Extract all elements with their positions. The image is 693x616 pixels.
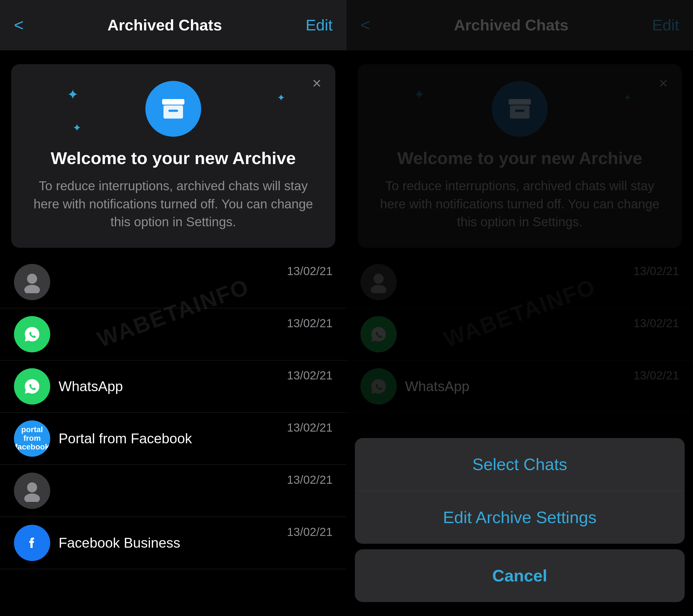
edit-archive-button[interactable]: Edit Archive Settings bbox=[355, 491, 685, 544]
sparkle-tl-right: ✦ bbox=[413, 86, 425, 103]
sparkle-tr2-left: ✦ bbox=[277, 92, 285, 103]
whatsapp-icon-3-right bbox=[368, 375, 390, 398]
chat-item-4-left[interactable]: portalfromfacebook Portal from Facebook … bbox=[0, 413, 346, 465]
archive-circle-left bbox=[145, 81, 201, 137]
person-icon-1-left bbox=[21, 271, 43, 293]
svg-point-7 bbox=[27, 482, 37, 492]
svg-rect-10 bbox=[509, 99, 531, 105]
welcome-card-right: × ✦ ✦ Welcome to your new Archive To red… bbox=[358, 64, 682, 248]
svg-point-3 bbox=[27, 274, 37, 284]
welcome-card-left: × ✦ ✦ ✦ Welcome to your new Archive To r… bbox=[11, 64, 335, 248]
svg-point-13 bbox=[374, 274, 383, 284]
whatsapp-icon-2-left bbox=[21, 323, 43, 345]
svg-point-8 bbox=[24, 494, 40, 502]
edit-button-left[interactable]: Edit bbox=[306, 16, 333, 34]
edit-button-right[interactable]: Edit bbox=[652, 16, 679, 34]
whatsapp-icon-3-left bbox=[21, 375, 43, 398]
chat-date-2-right: 13/02/21 bbox=[634, 317, 679, 330]
chat-item-1-right[interactable]: 13/02/21 bbox=[346, 256, 693, 308]
archive-icon-right bbox=[506, 95, 534, 123]
chat-date-3-right: 13/02/21 bbox=[634, 369, 679, 382]
svg-rect-2 bbox=[169, 110, 178, 112]
avatar-2-right bbox=[360, 316, 397, 352]
avatar-5-left bbox=[14, 473, 50, 509]
nav-bar-right: < Archived Chats Edit bbox=[346, 0, 693, 50]
welcome-title-right: Welcome to your new Archive bbox=[374, 148, 665, 168]
chat-list-left: 13/02/21 13/02/21 WhatsApp 13/02/21 bbox=[0, 256, 346, 616]
left-panel: < Archived Chats Edit × ✦ ✦ ✦ Welcome to… bbox=[0, 0, 346, 616]
avatar-1-right bbox=[360, 264, 397, 300]
archive-icon-wrap-left: ✦ ✦ ✦ bbox=[28, 81, 319, 137]
svg-rect-1 bbox=[163, 105, 183, 119]
welcome-body-right: To reduce interruptions, archived chats … bbox=[374, 177, 665, 231]
svg-rect-11 bbox=[510, 105, 530, 119]
nav-bar-left: < Archived Chats Edit bbox=[0, 0, 346, 50]
svg-point-14 bbox=[371, 285, 387, 293]
chat-item-6-left[interactable]: Facebook Business 13/02/21 bbox=[0, 517, 346, 569]
chat-date-4-left: 13/02/21 bbox=[287, 421, 333, 434]
person-icon-1-right bbox=[368, 271, 390, 293]
avatar-3-right bbox=[360, 368, 397, 404]
svg-rect-12 bbox=[515, 110, 524, 112]
sparkle-bl-left: ✦ bbox=[73, 122, 81, 134]
avatar-3-left bbox=[14, 368, 50, 404]
archive-circle-right bbox=[492, 81, 548, 137]
svg-rect-0 bbox=[162, 99, 184, 105]
avatar-6-left bbox=[14, 525, 50, 561]
sparkle-tl-left: ✦ bbox=[67, 86, 79, 103]
sparkle-tr2-right: ✦ bbox=[623, 92, 632, 103]
avatar-2-left bbox=[14, 316, 50, 352]
archive-icon-wrap-right: ✦ ✦ bbox=[374, 81, 665, 137]
right-panel: < Archived Chats Edit × ✦ ✦ Welcome to y… bbox=[346, 0, 693, 616]
avatar-1-left bbox=[14, 264, 50, 300]
chat-item-3-right[interactable]: WhatsApp 13/02/21 bbox=[346, 360, 693, 413]
chat-item-2-left[interactable]: 13/02/21 bbox=[0, 308, 346, 360]
avatar-4-left: portalfromfacebook bbox=[14, 420, 50, 457]
fb-icon-left bbox=[22, 533, 42, 553]
svg-point-4 bbox=[24, 285, 40, 293]
whatsapp-icon-2-right bbox=[368, 323, 390, 345]
cancel-button[interactable]: Cancel bbox=[355, 549, 685, 602]
nav-title-right: Archived Chats bbox=[454, 16, 569, 34]
chat-item-1-left[interactable]: 13/02/21 bbox=[0, 256, 346, 308]
chat-date-1-right: 13/02/21 bbox=[634, 264, 679, 278]
action-sheet-main: Select Chats Edit Archive Settings bbox=[355, 438, 685, 544]
chat-item-3-left[interactable]: WhatsApp 13/02/21 bbox=[0, 360, 346, 413]
back-button-right[interactable]: < bbox=[360, 15, 370, 35]
chat-item-5-left[interactable]: 13/02/21 bbox=[0, 465, 346, 517]
back-button-left[interactable]: < bbox=[14, 15, 24, 35]
chat-item-2-right[interactable]: 13/02/21 bbox=[346, 308, 693, 360]
nav-title-left: Archived Chats bbox=[107, 16, 222, 34]
person-icon-5-left bbox=[21, 480, 43, 502]
chat-date-1-left: 13/02/21 bbox=[287, 264, 333, 278]
welcome-title-left: Welcome to your new Archive bbox=[28, 148, 319, 168]
welcome-body-left: To reduce interruptions, archived chats … bbox=[28, 177, 319, 231]
chat-date-5-left: 13/02/21 bbox=[287, 473, 333, 486]
chat-date-3-left: 13/02/21 bbox=[287, 369, 333, 382]
archive-icon-left bbox=[159, 95, 187, 123]
chat-date-2-left: 13/02/21 bbox=[287, 317, 333, 330]
portal-text-left: portalfromfacebook bbox=[15, 425, 50, 451]
select-chats-button[interactable]: Select Chats bbox=[355, 438, 685, 491]
action-sheet: Select Chats Edit Archive Settings Cance… bbox=[346, 438, 693, 616]
chat-date-6-left: 13/02/21 bbox=[287, 525, 333, 539]
